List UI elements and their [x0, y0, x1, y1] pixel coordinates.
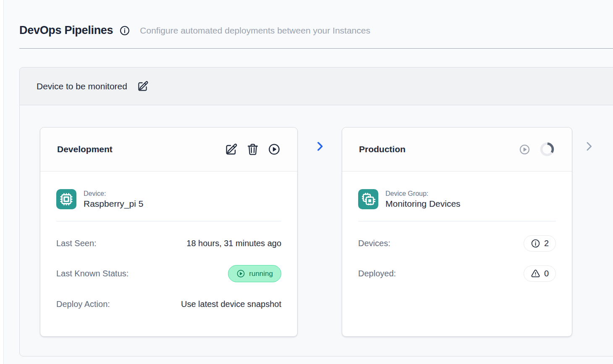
edit-stage-button[interactable] — [225, 143, 238, 156]
device-group-name: Monitoring Devices — [385, 199, 461, 209]
run-stage-button[interactable] — [268, 143, 280, 156]
device-avatar — [56, 189, 76, 209]
last-seen-value: 18 hours, 31 minutes ago — [186, 239, 281, 248]
deployed-count-pill[interactable]: 0 — [524, 265, 556, 282]
header-divider — [19, 48, 613, 49]
last-known-status-label: Last Known Status: — [56, 269, 128, 278]
deploy-action-value: Use latest device snapshot — [181, 299, 281, 309]
devices-label: Devices: — [358, 239, 390, 248]
deployed-row: Deployed: 0 — [358, 265, 556, 282]
play-circle-icon — [519, 144, 530, 155]
device-name: Raspberry_pi 5 — [84, 199, 143, 209]
next-stage-scroll[interactable] — [583, 127, 595, 154]
pipeline-panel: Device to be monitored Development — [19, 67, 613, 356]
edit-pipeline-button[interactable] — [137, 81, 149, 92]
deploy-action-label: Deploy Action: — [56, 299, 110, 309]
info-circle-icon[interactable] — [119, 25, 130, 36]
edit-icon — [225, 143, 238, 156]
status-badge-label: running — [249, 270, 273, 278]
page-header: DevOps Pipelines Configure automated dep… — [19, 24, 613, 37]
delete-stage-button[interactable] — [246, 143, 259, 156]
play-circle-icon — [236, 269, 245, 278]
development-header: Development — [40, 127, 297, 172]
card-divider — [358, 221, 556, 221]
deploy-action-row: Deploy Action: Use latest device snapsho… — [56, 296, 281, 312]
pipeline-stages: Development — [20, 105, 613, 337]
status-badge: running — [228, 265, 281, 282]
development-body: Device: Raspberry_pi 5 Last Seen: 18 hou… — [40, 172, 297, 312]
stage-title-production: Production — [359, 144, 406, 154]
cpu-chip-icon — [59, 192, 74, 207]
card-divider — [56, 221, 281, 221]
warning-triangle-icon — [531, 269, 540, 278]
stage-connector — [298, 127, 342, 152]
info-circle-icon — [531, 239, 540, 248]
deployed-label: Deployed: — [358, 269, 396, 278]
page-subtitle: Configure automated deployments between … — [140, 26, 370, 36]
pipeline-panel-header: Device to be monitored — [20, 68, 613, 105]
run-stage-button-disabled[interactable] — [519, 144, 530, 155]
stage-card-production: Production — [342, 127, 572, 337]
device-group-avatar — [358, 189, 378, 209]
device-label: Device: — [84, 190, 143, 198]
device-meta: Device: Raspberry_pi 5 — [84, 190, 143, 209]
devops-pipelines-page: DevOps Pipelines Configure automated dep… — [4, 0, 613, 364]
devices-row: Devices: 2 — [358, 235, 556, 252]
devices-count: 2 — [544, 239, 549, 248]
trash-icon — [246, 143, 259, 156]
pipeline-name: Device to be monitored — [37, 81, 127, 91]
chevron-right-icon — [314, 140, 326, 152]
device-group-meta: Device Group: Monitoring Devices — [385, 190, 461, 209]
page-title: DevOps Pipelines — [19, 24, 113, 37]
production-body: Device Group: Monitoring Devices Devices… — [342, 172, 572, 282]
last-known-status-row: Last Known Status: running — [56, 265, 281, 282]
device-group-row[interactable]: Device Group: Monitoring Devices — [358, 189, 556, 209]
device-group-label: Device Group: — [385, 190, 461, 198]
chevron-right-icon — [583, 140, 595, 152]
deployed-count: 0 — [544, 269, 549, 278]
cpu-chip-group-icon — [361, 192, 376, 207]
production-actions — [519, 141, 555, 157]
last-seen-row: Last Seen: 18 hours, 31 minutes ago — [56, 235, 281, 252]
play-circle-icon — [268, 143, 280, 156]
edit-icon — [137, 81, 149, 92]
stage-card-development: Development — [40, 127, 298, 337]
device-row[interactable]: Device: Raspberry_pi 5 — [56, 189, 281, 209]
stage-title-development: Development — [57, 144, 113, 154]
last-seen-label: Last Seen: — [56, 239, 97, 248]
loading-spinner — [539, 141, 555, 157]
production-header: Production — [342, 127, 572, 172]
devices-count-pill[interactable]: 2 — [524, 235, 556, 252]
development-actions — [225, 143, 280, 156]
